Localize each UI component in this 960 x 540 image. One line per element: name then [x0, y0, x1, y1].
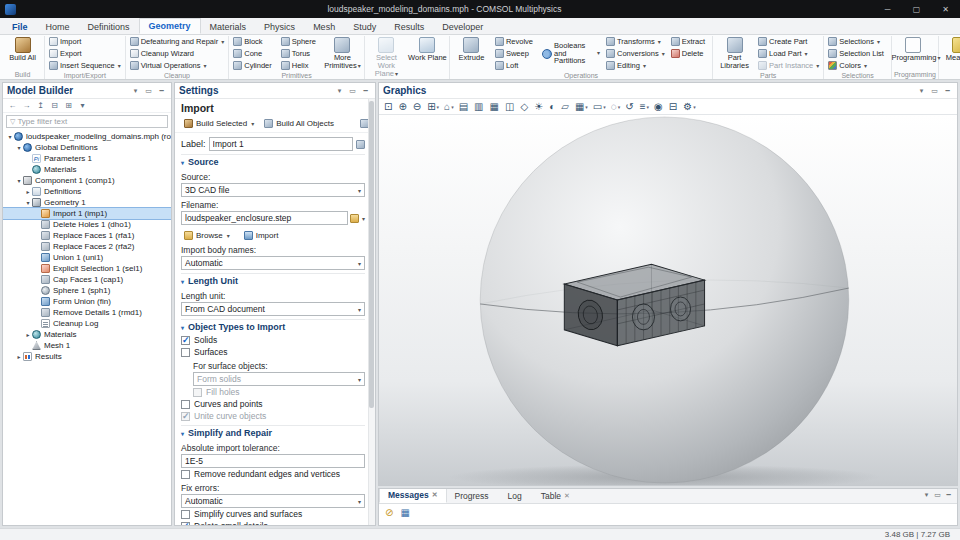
ribbon-button[interactable]: Block — [231, 36, 277, 47]
tree-expander[interactable]: ▸ — [15, 353, 23, 360]
checkbox[interactable] — [181, 336, 190, 345]
tab-close-icon[interactable]: ✕ — [564, 492, 570, 500]
ribbon-tab[interactable]: Definitions — [79, 20, 139, 34]
graphics-tool[interactable]: ≡ ▾ — [638, 100, 651, 114]
tree-item[interactable]: ▸ Definitions — [3, 186, 171, 197]
minimize-button[interactable]: ─ — [873, 0, 902, 18]
ribbon-button[interactable]: Sweep — [493, 48, 538, 59]
graphics-tool[interactable]: ▦ ▾ — [573, 100, 590, 114]
part-libraries-button[interactable]: Part Libraries — [715, 36, 754, 71]
maximize-button[interactable]: ▢ — [902, 0, 931, 18]
ribbon-button[interactable]: Editing ▾ — [604, 60, 667, 71]
ribbon-button[interactable]: Loft — [493, 60, 538, 71]
checkbox-row[interactable]: Fill holes — [181, 386, 365, 398]
checkbox[interactable] — [181, 400, 190, 409]
checkbox[interactable] — [181, 348, 190, 357]
tab-close-icon[interactable]: ✕ — [432, 491, 438, 499]
ribbon-button[interactable]: Defeaturing and Repair ▾ — [128, 36, 227, 47]
panel-minimize-icon[interactable]: ━ — [943, 489, 954, 501]
checkbox[interactable] — [193, 388, 202, 397]
panel-minimize-icon[interactable]: ━ — [942, 85, 953, 97]
graphics-tool[interactable]: ☀ — [532, 100, 546, 114]
checkbox-row[interactable]: Surfaces — [181, 346, 365, 358]
close-button[interactable]: ✕ — [931, 0, 960, 18]
checkbox[interactable] — [181, 412, 190, 421]
extrude-button[interactable]: Extrude — [452, 36, 491, 71]
graphics-tool[interactable]: ⌂ ▾ — [442, 100, 456, 114]
ribbon-tab[interactable]: Mesh — [304, 20, 344, 34]
checkbox[interactable] — [181, 522, 190, 526]
build-all-objects-button[interactable]: Build All Objects — [261, 116, 337, 130]
ribbon-tab[interactable]: File — [3, 20, 37, 34]
checkbox-row[interactable]: Unite curve objects — [181, 410, 365, 422]
tree-item[interactable]: Union 1 (uni1) — [3, 252, 171, 263]
toolbar-button[interactable]: → — [21, 100, 32, 112]
measure-button[interactable]: Measure — [941, 36, 960, 70]
ribbon-button[interactable]: Part Instance ▾ — [756, 60, 821, 71]
ribbon-button[interactable]: Create Part — [756, 36, 821, 47]
tree-item[interactable]: Cleanup Log — [3, 318, 171, 329]
filename-input[interactable] — [181, 211, 348, 225]
graphics-tool[interactable]: ▥ — [472, 100, 486, 114]
section-object-types[interactable]: ▾ Object Types to Import — [181, 319, 365, 334]
checkbox-row[interactable]: Curves and points — [181, 398, 365, 410]
tree-item[interactable]: Explicit Selection 1 (sel1) — [3, 263, 171, 274]
graphics-tool[interactable]: ⊟ — [667, 100, 680, 114]
graphics-tool[interactable]: ▱ — [559, 100, 572, 114]
tree-item[interactable]: ▸ Materials — [3, 329, 171, 340]
tree-item[interactable]: Cap Faces 1 (cap1) — [3, 274, 171, 285]
bottom-tab[interactable]: Progress — [447, 489, 500, 503]
booleans-and-partitions-button[interactable]: Booleans and Partitions ▾ — [540, 42, 602, 66]
panel-menu-icon[interactable]: ▾ — [130, 85, 141, 97]
graphics-canvas[interactable] — [379, 115, 957, 485]
ribbon-button[interactable]: Virtual Operations ▾ — [128, 60, 227, 71]
messages-tool[interactable]: ▦ — [398, 506, 411, 520]
build-all-button[interactable]: Build All — [3, 36, 42, 70]
graphics-tool[interactable]: ◉ — [652, 100, 666, 114]
browse-button[interactable]: Browse ▾ — [181, 228, 233, 242]
panel-float-icon[interactable]: ▭ — [929, 85, 940, 97]
bottom-tab[interactable]: Log — [500, 489, 533, 503]
graphics-tool[interactable]: ↺ — [623, 100, 636, 114]
work-plane-button[interactable]: Work Plane — [408, 36, 447, 78]
tree-expander[interactable]: ▾ — [15, 144, 23, 151]
ribbon-tab[interactable]: Results — [385, 20, 433, 34]
tree-item[interactable]: Materials — [3, 164, 171, 175]
checkbox[interactable] — [181, 510, 190, 519]
tree-item[interactable]: ▾ Geometry 1 — [3, 197, 171, 208]
graphics-tool[interactable]: ⊖ — [411, 100, 424, 114]
filter-input[interactable] — [17, 116, 164, 127]
section-length-unit[interactable]: ▾ Length Unit — [181, 273, 365, 288]
chevron-down-icon[interactable]: ▾ — [362, 215, 365, 222]
tree-item[interactable]: ▸ Results — [3, 351, 171, 362]
checkbox-row[interactable]: Simplify curves and surfaces — [181, 508, 365, 520]
tree-item[interactable]: Replace Faces 2 (rfa2) — [3, 241, 171, 252]
toolbar-button[interactable]: ▾ — [77, 100, 88, 112]
graphics-tool[interactable]: ⊞ ▾ — [425, 100, 441, 114]
panel-float-icon[interactable]: ▭ — [347, 85, 358, 97]
import-body-names-select[interactable]: Automatic ▾ — [181, 256, 365, 270]
surface-objects-select[interactable]: Form solids ▾ — [193, 372, 365, 386]
panel-minimize-icon[interactable]: ━ — [360, 85, 371, 97]
tree-item[interactable]: ▾ Component 1 (comp1) — [3, 175, 171, 186]
ribbon-button[interactable]: Cone — [231, 48, 277, 59]
ribbon-button[interactable]: Torus — [279, 48, 321, 59]
tree-item[interactable]: ▾ Global Definitions — [3, 142, 171, 153]
graphics-tool[interactable]: ⚙ ▾ — [681, 100, 697, 114]
ribbon-button[interactable]: Extract — [669, 36, 710, 47]
ribbon-tab[interactable]: Materials — [201, 20, 256, 34]
import-button[interactable]: Import — [241, 228, 282, 242]
ribbon-button[interactable]: Conversions ▾ — [604, 48, 667, 59]
ribbon-tab[interactable]: Home — [37, 20, 79, 34]
graphics-tool[interactable]: ▭ ▾ — [591, 100, 608, 114]
ribbon-button[interactable]: Insert Sequence ▾ — [47, 60, 123, 71]
messages-tool[interactable]: ⊘ — [383, 506, 395, 520]
panel-menu-icon[interactable]: ▾ — [916, 85, 927, 97]
toolbar-button[interactable]: ⊟ — [49, 100, 60, 112]
ribbon-button[interactable]: Delete — [669, 48, 710, 59]
graphics-tool[interactable]: ◫ — [503, 100, 517, 114]
tree-item[interactable]: Parameters 1 — [3, 153, 171, 164]
tree-expander[interactable]: ▾ — [6, 133, 14, 140]
ribbon-button[interactable]: Cylinder — [231, 60, 277, 71]
checkbox[interactable] — [181, 470, 190, 479]
